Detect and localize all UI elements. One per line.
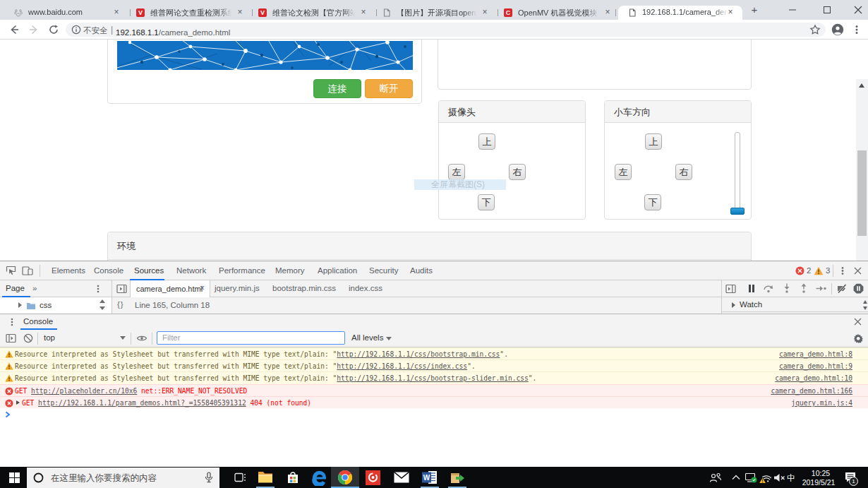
devtools-close-icon[interactable] xyxy=(853,266,862,275)
drawer-close-icon[interactable] xyxy=(853,317,862,326)
browser-menu-icon[interactable] xyxy=(851,23,862,36)
console-error-row[interactable]: GET http://placeholder.cn/10x6 net::ERR_… xyxy=(0,384,868,396)
pretty-print-icon[interactable]: {} xyxy=(117,300,124,309)
file-tab-bootstrap-css[interactable]: bootstrap.min.css xyxy=(272,284,336,292)
watch-expand-icon[interactable] xyxy=(732,302,735,308)
devtools-tab-audits[interactable]: Audits xyxy=(410,266,433,275)
page-scrollbar[interactable] xyxy=(856,79,868,261)
console-warning-row[interactable]: Resource interpreted as Stylesheet but t… xyxy=(0,347,868,359)
source-location-link[interactable]: camera_demo.html:9 xyxy=(779,360,852,372)
tab-close-icon[interactable]: × xyxy=(111,8,121,18)
context-dropdown-icon[interactable] xyxy=(120,336,126,340)
tree-scroll-up-icon[interactable] xyxy=(100,299,105,303)
taskbar-search-box[interactable]: 在这里输入你要搜索的内容 xyxy=(27,468,219,488)
file-tab-close-icon[interactable]: × xyxy=(200,283,205,293)
devtools-tab-performance[interactable]: Performance xyxy=(219,266,265,275)
notification-center-icon[interactable]: 1 xyxy=(845,472,857,484)
navigator-toggle-icon[interactable] xyxy=(116,284,127,294)
source-location-link[interactable]: jquery.min.js:4 xyxy=(791,397,852,409)
pause-script-icon[interactable] xyxy=(747,284,756,293)
omnibox[interactable]: 不安全 | 192.168.1.1/camera_demo.html xyxy=(66,23,826,37)
console-warning-row[interactable]: Resource interpreted as Stylesheet but t… xyxy=(0,371,868,383)
drawer-menu-icon[interactable] xyxy=(8,317,16,327)
live-expression-eye-icon[interactable] xyxy=(136,333,147,343)
bookmark-star-icon[interactable] xyxy=(809,24,821,35)
speed-slider-track[interactable] xyxy=(735,132,740,214)
url-link[interactable]: http://192.168.1.1/param_demos.html?_=15… xyxy=(38,399,246,407)
console-drawer-tab[interactable]: Console xyxy=(23,317,53,326)
url-link[interactable]: http://192.168.1.1/css/bootstrap-slider.… xyxy=(337,374,528,382)
console-settings-icon[interactable] xyxy=(853,333,863,343)
console-error-row[interactable]: GET http://192.168.1.1/param_demos.html?… xyxy=(0,396,868,408)
back-icon[interactable] xyxy=(8,24,20,35)
taskbar-chrome-active[interactable] xyxy=(331,467,359,488)
tab-close-icon[interactable]: × xyxy=(603,8,613,18)
speed-slider-handle[interactable] xyxy=(730,208,745,215)
tab-csdn-openmv[interactable]: C OpenMV 机器视觉模块 简介 × xyxy=(498,6,618,20)
tab-close-icon[interactable]: × xyxy=(358,8,368,18)
devtools-menu-icon[interactable] xyxy=(838,266,848,276)
tab-vip-check[interactable]: V 维普网论文查重检测系统入门 × xyxy=(131,6,252,20)
tree-scroll-down-icon[interactable] xyxy=(100,307,105,310)
tab-close-icon[interactable]: × xyxy=(725,8,735,18)
taskbar-archive-app[interactable] xyxy=(443,467,471,488)
devtools-tab-sources[interactable]: Sources xyxy=(134,266,164,275)
sidebar-toggle-icon[interactable] xyxy=(725,284,736,294)
source-location-link[interactable]: camera_demo.html:166 xyxy=(771,385,852,397)
url-link[interactable]: http://192.168.1.1/css/bootstrap.min.css xyxy=(337,350,500,358)
microphone-icon[interactable] xyxy=(205,472,213,484)
taskbar-mail[interactable] xyxy=(387,467,416,488)
camera-right-button[interactable]: 右 xyxy=(509,164,526,180)
deactivate-breakpoints-icon[interactable] xyxy=(836,284,848,294)
inspect-icon[interactable] xyxy=(6,266,16,276)
source-location-link[interactable]: camera_demo.html:10 xyxy=(775,372,852,384)
car-down-button[interactable]: 下 xyxy=(644,194,661,210)
devtools-tab-console[interactable]: Console xyxy=(94,266,123,275)
taskbar-edge[interactable] xyxy=(306,467,334,488)
tab-close-icon[interactable]: × xyxy=(480,8,490,18)
camera-up-button[interactable]: 上 xyxy=(478,133,495,150)
sidebar-scroll-up-icon[interactable] xyxy=(863,300,867,304)
window-minimize-button[interactable] xyxy=(778,0,807,20)
tab-close-icon[interactable]: × xyxy=(235,8,245,18)
expand-triangle-icon[interactable] xyxy=(16,400,20,405)
hidden-icons-chevron[interactable] xyxy=(731,474,741,481)
file-tab-camera-demo[interactable]: camera_demo.html × xyxy=(130,280,210,297)
devtools-tab-memory[interactable]: Memory xyxy=(275,266,305,275)
info-icon[interactable] xyxy=(71,25,81,35)
clear-console-icon[interactable] xyxy=(23,333,33,343)
watch-section[interactable]: Watch xyxy=(722,297,868,312)
car-left-button[interactable]: 左 xyxy=(615,164,632,180)
new-tab-button[interactable]: + xyxy=(748,4,761,16)
taskbar-file-explorer[interactable] xyxy=(251,467,279,488)
log-levels-selector[interactable]: All levels xyxy=(351,333,383,342)
console-prompt-icon[interactable] xyxy=(5,411,11,418)
scroll-up-icon[interactable] xyxy=(859,83,864,88)
devtools-tab-application[interactable]: Application xyxy=(318,266,357,275)
error-badge-icon[interactable] xyxy=(795,266,804,275)
more-tabs-chevron[interactable]: » xyxy=(32,284,37,292)
ime-indicator[interactable]: 中 xyxy=(787,472,795,484)
clock-time[interactable]: 10:25 xyxy=(807,469,835,477)
tree-folder-label[interactable]: css xyxy=(40,301,52,309)
taskbar-netease-music[interactable] xyxy=(359,467,387,488)
pause-on-exceptions-icon[interactable] xyxy=(853,283,864,294)
connect-button[interactable]: 连接 xyxy=(313,79,361,98)
reload-icon[interactable] xyxy=(48,24,59,35)
start-button[interactable] xyxy=(9,472,20,483)
profile-avatar-icon[interactable] xyxy=(831,23,844,36)
people-icon[interactable] xyxy=(709,472,722,483)
sidebar-scroll-down-icon[interactable] xyxy=(863,307,867,310)
security-center-icon[interactable] xyxy=(745,473,757,483)
volume-muted-icon[interactable] xyxy=(773,473,785,482)
taskbar-word[interactable]: W xyxy=(416,467,444,488)
devtools-tab-network[interactable]: Network xyxy=(176,266,206,275)
car-up-button[interactable]: 上 xyxy=(645,133,662,150)
source-location-link[interactable]: camera_demo.html:8 xyxy=(779,348,852,360)
navigator-menu-icon[interactable] xyxy=(94,284,102,294)
file-tab-index-css[interactable]: index.css xyxy=(349,284,382,292)
devtools-tab-elements[interactable]: Elements xyxy=(52,266,85,275)
url-link[interactable]: http://placeholder.cn/10x6 xyxy=(31,387,137,395)
warning-badge-icon[interactable] xyxy=(814,266,824,275)
forward-icon[interactable] xyxy=(28,24,40,35)
